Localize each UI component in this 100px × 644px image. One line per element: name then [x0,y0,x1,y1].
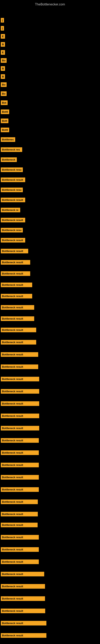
bar-label: Bottleneck result [1,426,39,430]
bar-item: Bottleneck result [0,246,28,256]
bar-label: Bottleneck result [1,584,45,589]
bar-item: Bottleneck result [0,435,39,445]
bar-item: Bo [0,80,7,90]
bar-label: | [1,18,4,22]
bar-label: B [1,42,5,47]
bar-item: Bottleneck re [0,205,20,215]
bar-label: Bottleneck result [1,463,39,467]
bar-label: Bottleneck result [1,621,47,626]
bar-item: Bottleneck result [0,175,25,185]
bar-label: Bottleneck result [1,450,39,455]
bar-label: Bottleneck result [1,475,39,480]
bar-label: Bottleneck [1,158,17,162]
bar-item: Bottleneck result [0,630,47,640]
bar-label: Bottleneck result [1,414,39,418]
bar-label: Bottleneck result [1,633,47,638]
bar-item: Bottleneck result [0,557,39,567]
bar-label: Bottleneck res [1,147,22,152]
bar-item: Bottleneck result [0,532,39,542]
bar-item: Bottleneck result [0,291,32,301]
bar-item: Bottleneck result [0,423,39,433]
bar-item: Bottleneck result [0,195,25,205]
bar-item: Bottleneck result [0,448,39,458]
site-title: TheBottlenecker.com [0,1,100,8]
bar-item: Bottleneck result [0,280,32,290]
bar-label: B [1,74,5,79]
bar-label: Bottleneck result [1,238,25,242]
bar-item: Bottleneck result [0,302,34,312]
bar-item: Bottleneck resu [0,164,23,175]
bar-label: Bottleneck result [1,535,39,540]
bar-label: Bottleneck result [1,305,34,310]
bar-item: Bottleneck res [0,144,22,154]
bar-label: Bottleneck result [1,260,30,265]
bar-label: Bottleneck resu [1,188,23,192]
bar-item: Bottleneck result [0,509,38,519]
bar-item: Bottleneck result [0,472,39,482]
bar-label: Bottleneck result [1,608,45,613]
bar-label: Bottleneck result [1,364,38,369]
bar-item: Bottleneck result [0,362,38,372]
bar-label: Bottleneck result [1,178,25,182]
bar-item: Bottleneck result [0,374,39,384]
bar-label: Bottleneck result [1,560,39,564]
bar-label: Bottlenec [1,137,15,142]
bar-item: Bottleneck result [0,349,38,360]
bar-label: Bo [1,58,7,63]
bar-label: Bottleneck result [1,547,39,552]
bar-label: Bottleneck result [1,389,39,394]
bar-label: Bottleneck result [1,218,25,222]
bar-item: Bottleneck result [0,606,45,616]
bar-label: Bottleneck result [1,512,38,516]
bar-label: | [1,26,4,30]
bar-item: Bott [0,116,8,126]
bar-label: E [1,50,5,55]
bar-item: Bottlenec [0,134,15,144]
bar-label: Bottleneck result [1,198,25,202]
bar-item: Bottleneck result [0,497,38,507]
bar-item: Bottleneck result [0,235,25,245]
bar-item: Bottleneck result [0,569,44,579]
bar-item: Bottleneck result [0,544,39,554]
bar-item: Bottleneck result [0,618,47,628]
bar-item: Bot [0,98,8,108]
bar-item: Bottleneck result [0,314,34,324]
bar-label: Bottleneck result [1,271,30,276]
bar-label: Bottleneck result [1,328,36,332]
bar-label: E [1,34,5,39]
bar-item: Bottleneck result [0,325,36,335]
bar-item: Bottleneck result [0,594,45,604]
bar-item: Bottleneck result [0,484,39,494]
bar-label: Bottleneck result [1,282,32,287]
bar-label: Bottleneck result [1,294,32,298]
bar-label: Bottleneck result [1,401,39,406]
bar-label: Bottleneck result [1,249,28,253]
bar-label: Bott [1,118,8,123]
bar-label: Bottleneck resu [1,228,23,232]
bar-label: Bo [1,91,7,96]
bar-label: Bottl [1,110,9,114]
bar-item: Bottl [0,107,9,117]
bar-item: Bottleneck result [0,581,45,591]
bar-label: Bottleneck resu [1,168,23,172]
bar-label: Bottleneck result [1,523,38,527]
bar-label: Bottleneck result [1,438,39,443]
bar-item: Bottleneck result [0,268,30,278]
bar-item: Bottleneck result [0,337,36,347]
bar-label: Bottl [1,128,9,132]
bar-item: Bottleneck resu [0,225,23,235]
bar-item: Bottleneck result [0,642,44,644]
bar-label: Bottleneck result [1,500,38,504]
bar-item: Bottleneck result [0,215,25,225]
bar-label: Bottleneck result [1,340,36,344]
bar-item: Bottleneck [0,154,17,164]
bar-label: Bo [1,82,7,87]
bar-label: Bottleneck result [1,377,39,381]
bar-label: B [1,66,5,71]
bar-item: Bottleneck result [0,460,39,470]
bar-item: Bottl [0,125,9,135]
bar-item: Bottleneck result [0,257,30,267]
bar-label: Bottleneck re [1,208,20,212]
bar-item: Bottleneck resu [0,185,23,195]
bar-label: Bottleneck result [1,572,44,576]
